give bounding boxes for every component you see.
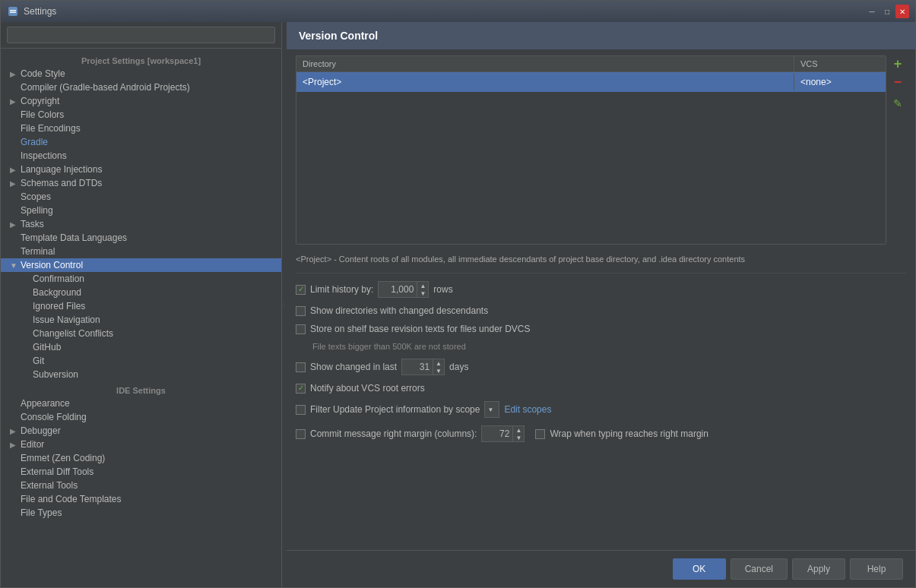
left-panel: 🔍 Project Settings [workspace1] ▶ Code S… — [1, 22, 282, 587]
panel-body: Directory VCS <Project> <none> — [287, 49, 915, 550]
sidebar-item-label: Gradle — [21, 137, 48, 147]
window-title: Settings — [24, 6, 861, 17]
scope-dropdown[interactable]: ▼ — [484, 401, 499, 418]
sidebar-item-file-code-templates[interactable]: File and Code Templates — [1, 492, 281, 506]
sidebar-item-github[interactable]: GitHub — [1, 340, 281, 354]
show-changed-label-after: days — [449, 362, 468, 372]
sidebar-item-confirmation[interactable]: Confirmation — [1, 272, 281, 286]
sidebar-item-ignored-files[interactable]: Ignored Files — [1, 299, 281, 313]
col-vcs: VCS — [794, 56, 886, 71]
remove-vcs-button[interactable]: − — [889, 74, 906, 90]
svg-rect-2 — [10, 12, 16, 14]
sidebar-item-template-data-languages[interactable]: Template Data Languages — [1, 231, 281, 245]
sidebar-item-schemas-dtds[interactable]: ▶ Schemas and DTDs — [1, 176, 281, 190]
sidebar-item-label: File Types — [21, 507, 62, 518]
sidebar-item-external-diff-tools[interactable]: External Diff Tools — [1, 465, 281, 479]
panel-header: Version Control — [287, 22, 915, 49]
sidebar-item-language-injections[interactable]: ▶ Language Injections — [1, 163, 281, 176]
sidebar-item-label: Inspections — [21, 150, 67, 161]
arrow-icon: ▶ — [10, 70, 21, 78]
sidebar-item-background[interactable]: Background — [1, 286, 281, 299]
sidebar-item-subversion[interactable]: Subversion — [1, 368, 281, 381]
show-changed-input[interactable] — [402, 360, 433, 374]
search-input[interactable] — [7, 27, 275, 43]
sidebar-item-label: Changelist Conflicts — [33, 328, 113, 339]
sidebar-item-scopes[interactable]: Scopes — [1, 190, 281, 204]
vcs-table-area: Directory VCS <Project> <none> — [296, 55, 886, 248]
commit-margin-spinner: ▲ ▼ — [481, 425, 525, 442]
spin-arrows: ▲ ▼ — [417, 282, 428, 297]
sidebar-item-gradle[interactable]: Gradle — [1, 135, 281, 149]
ok-button[interactable]: OK — [673, 558, 726, 580]
sidebar-item-label: Template Data Languages — [21, 232, 127, 243]
sidebar-item-label: Editor — [21, 439, 44, 450]
show-directories-checkbox[interactable] — [296, 306, 306, 316]
vcs-table-empty — [296, 92, 886, 244]
show-changed-checkbox[interactable] — [296, 362, 306, 372]
add-vcs-button[interactable]: + — [889, 55, 906, 72]
vcs-table-header: Directory VCS — [296, 56, 886, 72]
sidebar-item-label: File and Code Templates — [21, 494, 122, 504]
spin-up-button[interactable]: ▲ — [417, 282, 428, 289]
sidebar-item-file-colors[interactable]: File Colors — [1, 108, 281, 122]
spin-down-button[interactable]: ▼ — [417, 289, 428, 297]
sidebar-item-debugger[interactable]: ▶ Debugger — [1, 424, 281, 438]
sidebar-item-file-types[interactable]: File Types — [1, 506, 281, 520]
show-changed-spin-down[interactable]: ▼ — [433, 367, 444, 375]
sidebar-item-label: Code Style — [21, 68, 65, 79]
sidebar-item-appearance[interactable]: Appearance — [1, 397, 281, 410]
maximize-button[interactable]: □ — [880, 5, 894, 18]
table-row[interactable]: <Project> <none> — [296, 72, 886, 92]
show-changed-label-before: Show changed in last — [310, 362, 397, 372]
main-content: 🔍 Project Settings [workspace1] ▶ Code S… — [1, 22, 915, 587]
sidebar-item-terminal[interactable]: Terminal — [1, 245, 281, 258]
sidebar-item-inspections[interactable]: Inspections — [1, 149, 281, 163]
sidebar-item-tasks[interactable]: ▶ Tasks — [1, 217, 281, 231]
sidebar-item-changelist-conflicts[interactable]: Changelist Conflicts — [1, 327, 281, 340]
commit-margin-spin-down[interactable]: ▼ — [513, 434, 524, 441]
commit-margin-input[interactable] — [482, 427, 512, 441]
limit-history-input[interactable] — [379, 283, 417, 296]
app-icon — [7, 5, 19, 17]
wrap-checkbox[interactable] — [535, 429, 545, 439]
pencil-icon: ✎ — [893, 97, 902, 109]
table-cell-directory: <Project> — [296, 74, 794, 90]
sidebar-item-issue-navigation[interactable]: Issue Navigation — [1, 313, 281, 327]
commit-margin-checkbox[interactable] — [296, 429, 306, 439]
minimize-button[interactable]: ─ — [865, 5, 879, 18]
commit-margin-spin-up[interactable]: ▲ — [513, 426, 524, 434]
sidebar-item-file-encodings[interactable]: File Encodings — [1, 122, 281, 135]
sidebar-item-spelling[interactable]: Spelling — [1, 204, 281, 217]
limit-history-checkbox[interactable] — [296, 285, 306, 295]
right-panel: Version Control Directory VCS <Project> — [287, 22, 915, 587]
sidebar-item-copyright[interactable]: ▶ Copyright — [1, 94, 281, 108]
show-changed-spin-up[interactable]: ▲ — [433, 359, 444, 367]
edit-vcs-button[interactable]: ✎ — [889, 95, 906, 112]
limit-history-row: Limit history by: ▲ ▼ rows — [296, 280, 906, 299]
filter-update-checkbox[interactable] — [296, 405, 306, 415]
apply-button[interactable]: Apply — [792, 558, 845, 580]
limit-history-label-after: rows — [433, 284, 452, 295]
arrow-icon: ▶ — [10, 166, 21, 174]
sidebar-item-external-tools[interactable]: External Tools — [1, 479, 281, 492]
show-directories-label: Show directories with changed descendant… — [310, 305, 488, 316]
sidebar-item-editor[interactable]: ▶ Editor — [1, 438, 281, 451]
close-button[interactable]: ✕ — [895, 5, 909, 18]
sidebar-item-version-control[interactable]: ▼ Version Control — [1, 258, 281, 272]
help-button[interactable]: Help — [850, 558, 903, 580]
sidebar-item-compiler[interactable]: Compiler (Gradle-based Android Projects) — [1, 81, 281, 94]
sidebar-item-label: Compiler (Gradle-based Android Projects) — [21, 82, 190, 93]
sidebar-item-emmet[interactable]: Emmet (Zen Coding) — [1, 451, 281, 465]
limit-history-label-before: Limit history by: — [310, 284, 373, 295]
edit-scopes-link[interactable]: Edit scopes — [504, 404, 551, 415]
sidebar-item-git[interactable]: Git — [1, 354, 281, 368]
sidebar-item-label: Terminal — [21, 246, 55, 257]
table-cell-vcs: <none> — [794, 74, 886, 90]
minus-icon: − — [894, 74, 902, 90]
notify-vcs-checkbox[interactable] — [296, 384, 306, 394]
arrow-icon: ▶ — [10, 179, 21, 188]
cancel-button[interactable]: Cancel — [731, 558, 788, 580]
sidebar-item-code-style[interactable]: ▶ Code Style — [1, 67, 281, 81]
sidebar-item-console-folding[interactable]: Console Folding — [1, 410, 281, 424]
store-shelf-checkbox[interactable] — [296, 324, 306, 334]
